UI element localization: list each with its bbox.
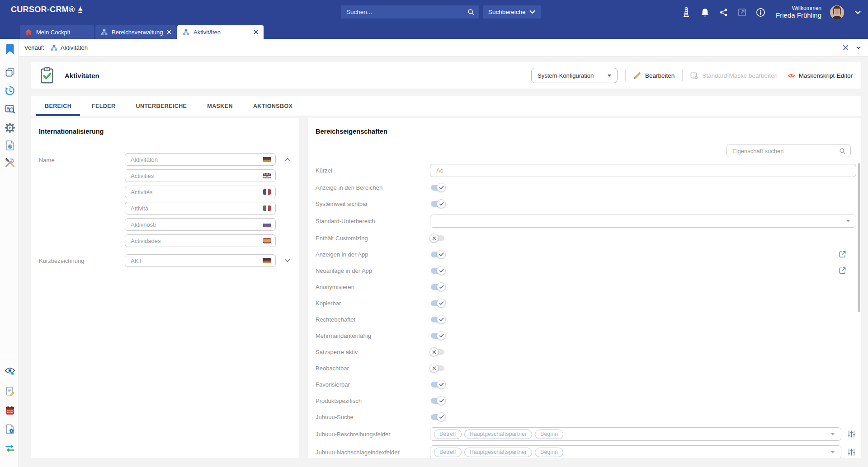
- doc-tab-aktivit-ten[interactable]: Aktivitäten: [177, 25, 264, 39]
- toggle-on[interactable]: [431, 414, 444, 420]
- chevron-down-icon[interactable]: [856, 46, 861, 49]
- report-pie-icon[interactable]: [4, 140, 16, 151]
- property-label: Mehrmandantenfähig: [316, 332, 430, 339]
- property-row-3: Standard-Unterbereich: [316, 212, 856, 230]
- name-input-gb[interactable]: [130, 172, 263, 180]
- chevron-down-icon: [846, 220, 850, 222]
- tune-icon[interactable]: [847, 430, 856, 438]
- toggle-on[interactable]: [431, 333, 444, 339]
- bookmark-icon[interactable]: [4, 43, 16, 55]
- close-icon[interactable]: [254, 30, 258, 34]
- toggle-off[interactable]: [431, 235, 444, 241]
- avatar[interactable]: [830, 5, 844, 19]
- property-row-15: Juhuuu-Suche: [316, 409, 856, 425]
- toggle-on[interactable]: [431, 201, 444, 207]
- toggle-on[interactable]: [431, 284, 444, 290]
- user-menu-chevron-icon[interactable]: [853, 7, 863, 18]
- toggle-on[interactable]: [431, 317, 444, 322]
- history-item-aktivitaeten[interactable]: Aktivitäten: [51, 44, 88, 51]
- name-input-de[interactable]: [130, 156, 263, 163]
- toggle-on[interactable]: [431, 398, 444, 404]
- edit-button[interactable]: Bearbeiten: [633, 72, 675, 79]
- name-input-it[interactable]: [130, 205, 263, 212]
- open-external-icon[interactable]: [839, 251, 846, 258]
- tab-aktionsbox[interactable]: AKTIONSBOX: [245, 103, 301, 116]
- property-control: [430, 268, 856, 274]
- name-input-es[interactable]: [130, 237, 263, 245]
- flag-de-icon: [263, 157, 271, 162]
- doc-tab-label: Mein Cockpit: [36, 29, 70, 36]
- divider: [625, 70, 626, 81]
- windows-icon[interactable]: [4, 66, 16, 78]
- name-input-si[interactable]: [130, 221, 263, 229]
- check-icon: [437, 396, 446, 405]
- toggle-on[interactable]: [431, 185, 444, 191]
- text-field: [430, 164, 856, 177]
- app-logo: CURSOR-CRM®: [11, 5, 84, 14]
- property-row-7: Anonymisieren: [316, 279, 856, 295]
- cross-icon: [429, 234, 439, 243]
- name-field-gb: [125, 169, 276, 182]
- tools-icon[interactable]: [4, 157, 16, 168]
- calendar-icon[interactable]: [4, 404, 16, 416]
- global-search-input[interactable]: [345, 8, 467, 16]
- name-translations: [125, 153, 276, 247]
- share-icon[interactable]: [718, 7, 728, 18]
- select-field[interactable]: [430, 215, 856, 228]
- check-icon: [437, 315, 446, 324]
- close-icon[interactable]: [167, 30, 171, 34]
- watch-eye-star-icon[interactable]: [4, 365, 16, 377]
- search-scope-button[interactable]: Suchbereiche: [483, 5, 541, 19]
- pencil-icon: [633, 72, 641, 79]
- lighthouse-icon[interactable]: [681, 7, 691, 18]
- scrollbar-thumb[interactable]: [858, 163, 860, 312]
- close-icon[interactable]: [843, 45, 849, 51]
- table-search-icon[interactable]: [4, 103, 16, 115]
- toggle-off[interactable]: [431, 365, 444, 371]
- flag-es-icon: [263, 238, 271, 243]
- collapse-up-icon[interactable]: [283, 154, 292, 164]
- doc-gear-icon[interactable]: [4, 423, 16, 435]
- tab-bereich[interactable]: BEREICH: [36, 103, 80, 116]
- doc-tab-mein-cockpit[interactable]: Mein Cockpit: [20, 25, 94, 39]
- name-input-fr[interactable]: [130, 188, 263, 196]
- search-icon[interactable]: [467, 9, 475, 16]
- tab-felder[interactable]: FELDER: [83, 103, 124, 116]
- cross-icon: [429, 347, 439, 356]
- sidebar-divider: [0, 357, 19, 357]
- bell-icon[interactable]: [700, 7, 710, 18]
- property-label: Rechtebehaftet: [316, 316, 430, 323]
- short-name-input[interactable]: [130, 257, 263, 265]
- text-field-input[interactable]: [435, 167, 851, 174]
- expand-down-icon[interactable]: [283, 256, 292, 266]
- tab-masken[interactable]: MASKEN: [198, 103, 241, 116]
- toggle-on[interactable]: [431, 252, 444, 257]
- toggle-on[interactable]: [431, 300, 444, 306]
- info-icon[interactable]: [755, 7, 765, 18]
- chips-field[interactable]: BetreffHauptgeschäftspartnerBeginn: [430, 427, 841, 441]
- toggle-on[interactable]: [431, 268, 444, 274]
- property-search-field: [726, 145, 851, 157]
- toggle-off[interactable]: [431, 349, 444, 355]
- property-control: [430, 414, 856, 420]
- doc-tab-bereichsverwaltung[interactable]: Bereichsverwaltung: [95, 25, 176, 39]
- tab-unterbereiche[interactable]: UNTERBEREICHE: [127, 103, 195, 116]
- sync-icon[interactable]: [4, 442, 16, 454]
- config-select[interactable]: System-Konfiguration: [531, 68, 618, 83]
- history-icon[interactable]: [4, 85, 16, 97]
- flag-de-icon: [263, 258, 271, 263]
- property-search-input[interactable]: [731, 147, 839, 155]
- welcome-line1: Willkommen: [776, 5, 821, 11]
- tune-icon[interactable]: [847, 448, 856, 456]
- notes-icon[interactable]: [4, 385, 16, 397]
- mask-script-editor-button[interactable]: </> Maskenskript-Editor: [788, 72, 853, 79]
- search-icon[interactable]: [839, 148, 846, 154]
- check-icon: [437, 331, 446, 340]
- chips-field[interactable]: BetreffHauptgeschäftspartnerBeginn: [430, 445, 841, 458]
- toggle-on[interactable]: [431, 382, 444, 388]
- area-properties-panel: Bereichseigenschaften KürzelAnzeige in d…: [308, 118, 861, 458]
- open-external-icon[interactable]: [839, 267, 846, 275]
- gear-play-icon[interactable]: [4, 122, 16, 134]
- name-field-fr: [125, 186, 276, 198]
- welcome-text: Willkommen Frieda Frühling: [776, 5, 821, 19]
